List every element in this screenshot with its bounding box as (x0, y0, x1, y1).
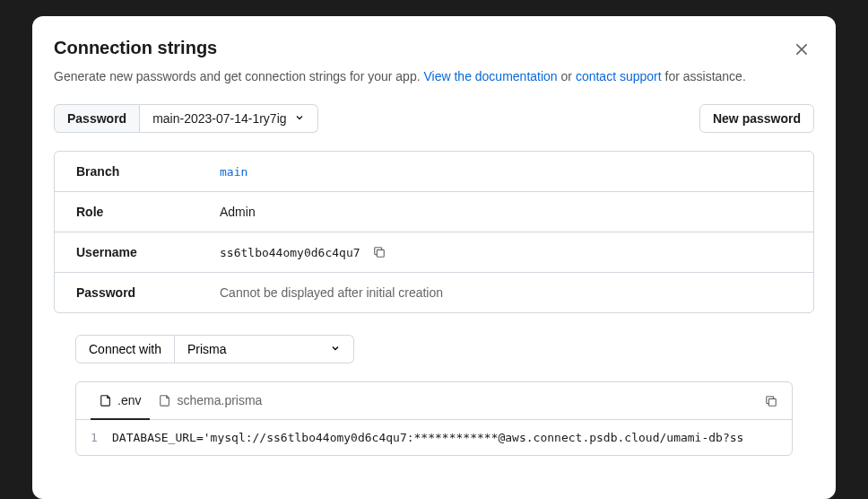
connect-block: Connect with Prisma .env (54, 335, 814, 456)
svg-rect-1 (768, 398, 776, 406)
branch-link[interactable]: main (220, 165, 247, 179)
username-text: ss6tlbo44omy0d6c4qu7 (220, 246, 360, 259)
connect-with-dropdown[interactable]: Prisma (175, 335, 354, 363)
connect-with-label: Connect with (75, 335, 175, 363)
file-icon (159, 394, 171, 407)
modal-header: Connection strings Generate new password… (54, 38, 814, 86)
tab-schema-label: schema.prisma (177, 393, 262, 407)
file-icon (100, 394, 112, 407)
username-row: Username ss6tlbo44omy0d6c4qu7 (55, 232, 813, 273)
connection-strings-modal: Connection strings Generate new password… (32, 16, 836, 499)
close-icon (794, 41, 810, 60)
password-row: Password Cannot be displayed after initi… (55, 273, 813, 312)
role-value: Admin (220, 205, 256, 219)
username-label: Username (76, 245, 220, 259)
close-button[interactable] (789, 38, 814, 63)
branch-row: Branch main (55, 152, 813, 192)
subtitle-suffix: for assistance. (662, 69, 746, 83)
copy-username-button[interactable] (373, 246, 386, 258)
modal-subtitle: Generate new passwords and get connectio… (54, 67, 814, 86)
role-row: Role Admin (55, 192, 813, 232)
password-selected: main-2023-07-14-1ry7ig (152, 111, 286, 126)
modal-title: Connection strings (54, 38, 814, 58)
tab-schema[interactable]: schema.prisma (150, 382, 271, 420)
tab-env-label: .env (117, 393, 141, 407)
line-number: 1 (76, 431, 112, 444)
branch-label: Branch (76, 164, 220, 179)
password-info-label: Password (76, 285, 220, 300)
tab-env[interactable]: .env (91, 382, 150, 420)
password-toolbar: Password main-2023-07-14-1ry7ig New pass… (54, 104, 814, 133)
role-label: Role (76, 205, 220, 219)
subtitle-text: Generate new passwords and get connectio… (54, 69, 423, 83)
support-link[interactable]: contact support (576, 69, 662, 83)
branch-value: main (220, 165, 247, 179)
subtitle-or: or (558, 69, 576, 83)
code-line: DATABASE_URL='mysql://ss6tlbo44omy0d6c4q… (112, 431, 743, 444)
username-value: ss6tlbo44omy0d6c4qu7 (220, 246, 386, 259)
password-info-value: Cannot be displayed after initial creati… (220, 285, 443, 300)
chevron-down-icon (294, 111, 305, 126)
code-panel: .env schema.prisma 1 DATABASE_URL='mysql… (75, 381, 793, 456)
code-tabs: .env schema.prisma (76, 382, 792, 420)
connect-selected: Prisma (187, 342, 227, 356)
new-password-button[interactable]: New password (699, 104, 814, 133)
svg-rect-0 (377, 250, 384, 257)
doc-link[interactable]: View the documentation (423, 69, 557, 83)
code-body: 1 DATABASE_URL='mysql://ss6tlbo44omy0d6c… (76, 420, 792, 455)
chevron-down-icon (330, 342, 341, 356)
copy-code-button[interactable] (765, 395, 777, 407)
connection-info-table: Branch main Role Admin Username ss6tlbo4… (54, 151, 814, 313)
password-dropdown[interactable]: main-2023-07-14-1ry7ig (140, 104, 317, 133)
password-button[interactable]: Password (54, 104, 140, 133)
connect-toolbar: Connect with Prisma (75, 335, 793, 363)
